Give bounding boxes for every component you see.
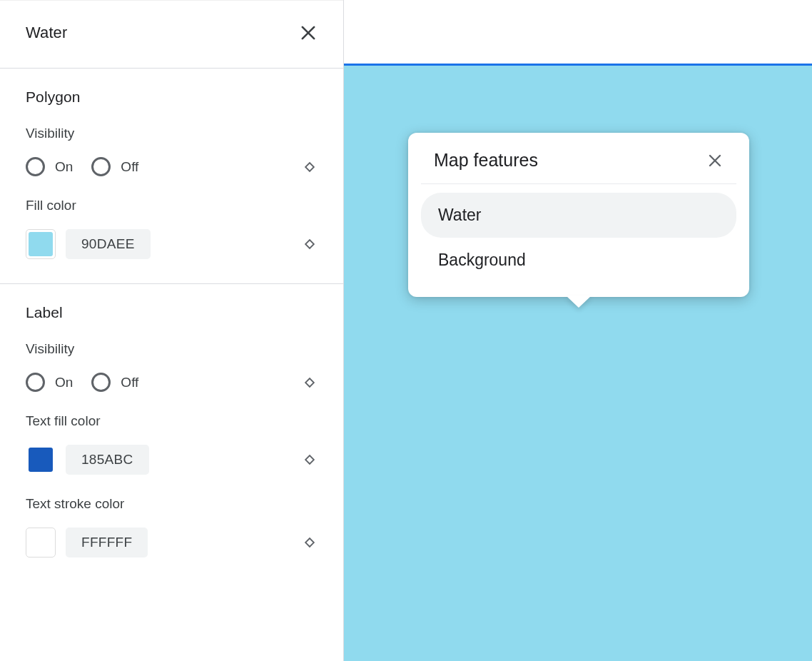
style-sidebar: Water Polygon Visibility On Off xyxy=(0,0,344,661)
radio-off-label: Off xyxy=(121,375,138,390)
radio-icon xyxy=(26,373,45,392)
color-swatch-icon xyxy=(29,448,53,472)
label-visibility-label: Visibility xyxy=(26,341,318,357)
text-fill-color-label: Text fill color xyxy=(26,413,318,429)
polygon-visibility-label: Visibility xyxy=(26,126,318,141)
map-preview: Map features Water Background xyxy=(344,0,812,661)
color-swatch-icon xyxy=(29,232,53,256)
text-stroke-color-row: FFFFFF xyxy=(26,528,318,557)
diamond-icon xyxy=(302,236,318,252)
text-fill-hex[interactable]: 185ABC xyxy=(66,445,149,475)
polygon-visibility-off-radio[interactable]: Off xyxy=(91,157,150,176)
label-visibility-inherit-toggle[interactable] xyxy=(302,375,318,390)
label-section: Label Visibility On Off Text fill color xyxy=(0,284,343,582)
label-section-title: Label xyxy=(26,304,318,321)
text-fill-color-row: 185ABC xyxy=(26,445,318,475)
radio-icon xyxy=(91,373,111,392)
polygon-section-title: Polygon xyxy=(26,89,318,106)
popup-item-background[interactable]: Background xyxy=(421,238,736,283)
radio-on-label: On xyxy=(55,159,73,175)
diamond-icon xyxy=(302,159,318,175)
popup-title: Map features xyxy=(434,150,538,171)
close-icon xyxy=(706,152,724,169)
diamond-icon xyxy=(302,452,318,468)
radio-off-label: Off xyxy=(121,159,138,175)
polygon-fill-color-label: Fill color xyxy=(26,198,318,213)
svg-rect-4 xyxy=(305,378,314,387)
label-visibility-row: On Off xyxy=(26,373,318,392)
svg-rect-2 xyxy=(305,163,314,171)
text-stroke-hex[interactable]: FFFFFF xyxy=(66,528,148,557)
diamond-icon xyxy=(302,375,318,390)
polygon-visibility-inherit-toggle[interactable] xyxy=(302,159,318,175)
preview-water-area[interactable]: Map features Water Background xyxy=(344,66,812,661)
popup-list: Water Background xyxy=(421,184,736,283)
radio-icon xyxy=(91,157,111,176)
radio-on-label: On xyxy=(55,375,73,390)
text-stroke-swatch[interactable] xyxy=(26,528,56,557)
text-stroke-color-controls: FFFFFF xyxy=(26,528,148,557)
polygon-visibility-on-radio[interactable]: On xyxy=(26,157,84,176)
color-swatch-icon xyxy=(29,530,53,555)
popup-tail-icon xyxy=(566,296,592,308)
polygon-section: Polygon Visibility On Off Fill color xyxy=(0,69,343,284)
polygon-visibility-row: On Off xyxy=(26,157,318,176)
svg-rect-3 xyxy=(305,240,314,248)
panel-header: Water xyxy=(0,0,343,69)
text-stroke-inherit-toggle[interactable] xyxy=(302,535,318,550)
polygon-fill-inherit-toggle[interactable] xyxy=(302,236,318,252)
text-fill-color-controls: 185ABC xyxy=(26,445,149,475)
polygon-fill-swatch[interactable] xyxy=(26,229,56,259)
map-features-popup: Map features Water Background xyxy=(408,133,749,297)
diamond-icon xyxy=(302,535,318,550)
label-visibility-on-radio[interactable]: On xyxy=(26,373,84,392)
text-stroke-color-label: Text stroke color xyxy=(26,496,318,512)
text-fill-swatch[interactable] xyxy=(26,445,56,475)
polygon-fill-color-row: 90DAEE xyxy=(26,229,318,259)
polygon-fill-color-controls: 90DAEE xyxy=(26,229,151,259)
close-panel-button[interactable] xyxy=(293,18,323,48)
text-fill-inherit-toggle[interactable] xyxy=(302,452,318,468)
svg-rect-5 xyxy=(305,455,314,464)
radio-icon xyxy=(26,157,45,176)
polygon-fill-hex[interactable]: 90DAEE xyxy=(66,229,151,259)
popup-header: Map features xyxy=(421,150,736,184)
popup-item-water[interactable]: Water xyxy=(421,193,736,238)
polygon-visibility-radios: On Off xyxy=(26,157,150,176)
svg-rect-6 xyxy=(305,538,314,547)
panel-title: Water xyxy=(26,24,67,42)
popup-close-button[interactable] xyxy=(706,152,724,169)
preview-topbar xyxy=(344,0,812,66)
close-icon xyxy=(298,23,318,43)
label-visibility-off-radio[interactable]: Off xyxy=(91,373,150,392)
label-visibility-radios: On Off xyxy=(26,373,150,392)
